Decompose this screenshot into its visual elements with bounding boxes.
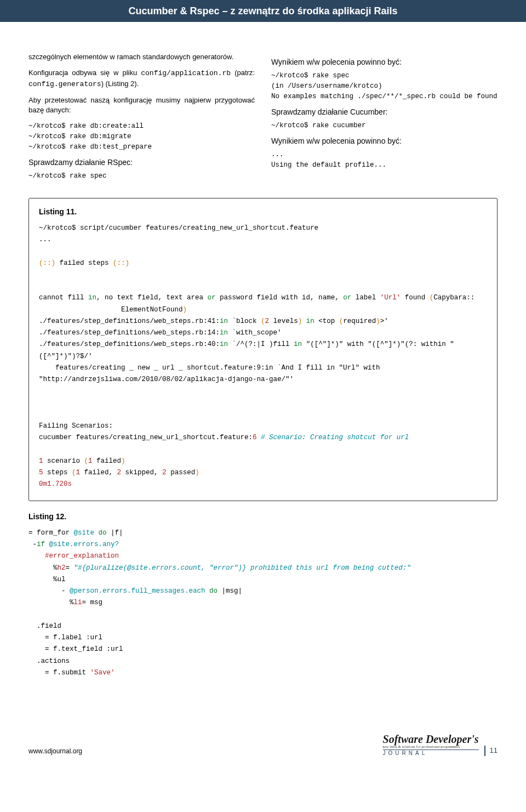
keyword: in <box>220 317 228 325</box>
string: 'Url' <box>380 294 401 302</box>
inline-code: config.generators <box>28 80 101 88</box>
token: failed steps <box>55 259 113 267</box>
keyword: if <box>37 541 45 548</box>
token: cannot fill <box>39 294 88 302</box>
code-line: ... <box>39 236 52 243</box>
code-block: ... Using the default profile... <box>271 150 498 171</box>
listing-code: ~/krotco$ script/cucumber features/creat… <box>39 223 487 491</box>
token: = f.submit <box>28 669 90 677</box>
keyword: in <box>220 340 228 348</box>
token: |f| <box>111 529 123 537</box>
token: , no text field, text area <box>96 294 208 302</box>
number: 2 <box>265 317 270 325</box>
token: = msg <box>82 599 103 606</box>
page-content: szczególnych elementów w ramach standard… <box>0 52 526 701</box>
token: required <box>343 317 376 325</box>
token: `block <box>228 317 261 325</box>
code-line: Failing Scenarios: <box>39 422 113 430</box>
token: ./features/step_definitions/web_steps.rb… <box>39 329 220 337</box>
keyword: or <box>208 294 216 302</box>
text: (patrz: <box>231 69 255 77</box>
token: = f.text_field :url <box>28 645 123 653</box>
page-number: 11 <box>484 746 498 756</box>
token: levels <box>269 317 298 325</box>
keyword: do <box>205 587 222 595</box>
token: steps <box>43 469 72 476</box>
article-header: Cucumber & Rspec – z zewnątrz do środka … <box>0 0 526 22</box>
number: 1 <box>76 469 81 476</box>
text: ) (Listing 2). <box>101 80 139 88</box>
logo-tagline: new ideas & solutions for professional p… <box>383 745 479 748</box>
number: 1 <box>88 457 93 465</box>
token: failed <box>93 457 122 465</box>
token: %ul <box>28 576 66 583</box>
right-column: Wynikiem w/w polecenia powinno być: ~/kr… <box>271 52 498 185</box>
paren: ) <box>121 457 125 465</box>
token: (::) <box>113 259 129 267</box>
number: 2 <box>117 469 122 476</box>
token: ./features/step_definitions/web_steps.rb… <box>39 317 220 325</box>
token: % <box>28 599 74 606</box>
listing-title: Listing 11. <box>39 206 487 217</box>
subtitle: Wynikiem w/w polecenia powinno być: <box>271 56 498 67</box>
number: 2 <box>162 469 167 476</box>
keyword: in <box>302 317 315 325</box>
number: 5 <box>39 469 43 476</box>
tag: li <box>74 599 82 606</box>
token: ./features/step_definitions/web_steps.rb… <box>39 340 220 348</box>
page-footer: www.sdjournal.org Software Developer's n… <box>0 701 526 767</box>
token: - <box>28 587 70 595</box>
paren: ( <box>261 317 265 325</box>
keyword: or <box>343 294 351 302</box>
tag: h2 <box>58 564 66 572</box>
ivar: @site.errors.any? <box>45 541 119 548</box>
subtitle: Sprawdzamy działanie Cucumber: <box>271 106 498 117</box>
paren: ) <box>195 469 199 476</box>
code-block: ~/krotco$ rake spec <box>28 171 255 181</box>
string: 'Save' <box>90 669 115 677</box>
footer-url: www.sdjournal.org <box>28 747 82 756</box>
token: = f.label :url <box>28 634 102 641</box>
number: 6 <box>253 434 257 441</box>
code-line: features/creating _ new _ url _ shortcut… <box>39 364 384 383</box>
string: "#{pluralize(@site.errors.count, "error"… <box>74 564 411 572</box>
number: 1 <box>39 457 43 465</box>
token: >' <box>380 317 388 325</box>
logo-main: Software Developer's <box>383 733 479 745</box>
token: .field <box>28 622 61 630</box>
token: failed, <box>80 469 117 476</box>
token: passed <box>167 469 196 476</box>
token: .actions <box>28 657 70 665</box>
keyword: in <box>88 294 96 302</box>
paragraph: szczególnych elementów w ramach standard… <box>28 52 255 63</box>
footer-right: Software Developer's new ideas & solutio… <box>383 734 498 756</box>
token: cucumber features/creating_new_url_short… <box>39 434 253 441</box>
listing-11: Listing 11. ~/krotco$ script/cucumber fe… <box>28 198 498 501</box>
two-column-body: szczególnych elementów w ramach standard… <box>28 52 498 185</box>
subtitle: Sprawdzamy działanie RSpec: <box>28 157 255 168</box>
comment: # Scenario: Creating shotcut for url <box>257 434 409 441</box>
token: % <box>28 564 58 572</box>
token: scenario <box>43 457 84 465</box>
ivar: @site <box>74 529 95 537</box>
listing-12-title: Listing 12. <box>28 511 498 522</box>
token: - <box>28 541 37 548</box>
left-column: szczególnych elementów w ramach standard… <box>28 52 255 185</box>
subtitle: Wynikiem w/w polecenia powinno być: <box>271 135 498 146</box>
token: (::) <box>39 259 55 267</box>
token: #error_explanation <box>28 552 119 560</box>
logo-journal: JOURNAL <box>383 749 479 756</box>
text: Konfiguracja odbywa się w pliku <box>28 69 141 77</box>
code-block: ~/krotco$ rake db:create:all ~/krotco$ r… <box>28 121 255 152</box>
token: `/^(?:|I )fill <box>228 340 294 348</box>
token: 0m1.720s <box>39 480 72 488</box>
inline-code: config/application.rb <box>141 69 231 77</box>
token: label <box>351 294 380 302</box>
token: found <box>401 294 430 302</box>
keyword: do <box>94 529 111 537</box>
paragraph: Konfiguracja odbywa się w pliku config/a… <box>28 68 255 90</box>
paren: ( <box>84 457 89 465</box>
token: = <box>66 564 74 572</box>
paren: ( <box>72 469 76 476</box>
ivar: @person.errors.full_messages.each <box>70 587 205 595</box>
